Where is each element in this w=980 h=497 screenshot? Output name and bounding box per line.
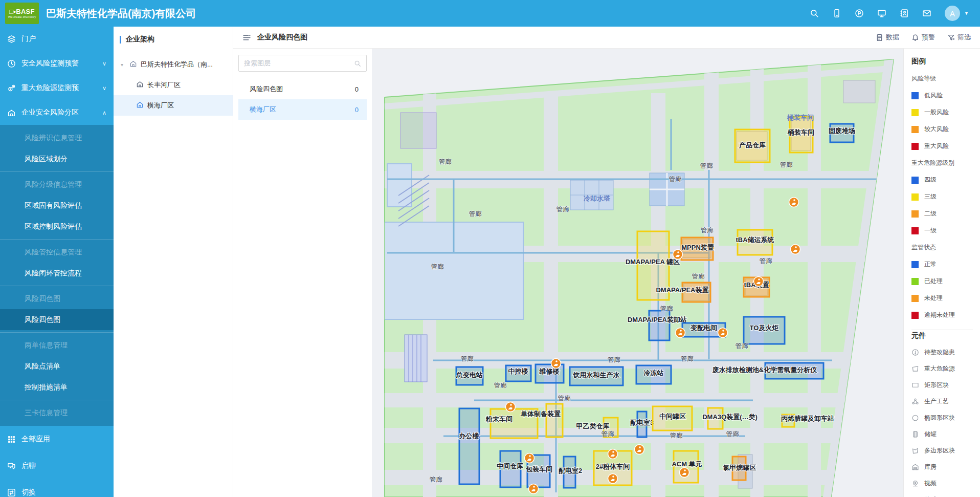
map-zone[interactable]: TO及火炬 <box>744 317 785 344</box>
zone-box-blue[interactable] <box>649 311 670 340</box>
marker-circle <box>676 328 685 338</box>
submenu-item[interactable]: 风险区域划分 <box>0 148 114 169</box>
map-zone[interactable]: 总变电站 <box>456 367 483 385</box>
tree-node-plant[interactable]: 横海厂区 <box>114 95 233 116</box>
sidebar-item-2[interactable]: 重大危险源监测预∨ <box>0 76 114 100</box>
submenu-item[interactable]: 控制措施清单 <box>0 377 114 398</box>
high-risk-work-marker[interactable] <box>680 468 689 478</box>
zone-label: 办公楼 <box>459 432 480 440</box>
risk-four-color-map[interactable]: 产品仓库桶装车间固废堆场MPPN装置tBA储运系统DMAPA/PEA 罐区DMA… <box>372 49 903 497</box>
chevron-down-icon[interactable]: ▼ <box>964 11 969 16</box>
high-risk-work-marker[interactable] <box>525 453 534 463</box>
map-zone[interactable]: 中间罐区 <box>653 406 692 430</box>
mail-icon[interactable] <box>922 9 931 18</box>
submenu-item[interactable]: 风险闭环管控流程 <box>0 263 114 284</box>
avatar[interactable]: A <box>945 6 960 21</box>
sidebar-item-label: 切换 <box>21 488 36 497</box>
legend-item-label: 三级 <box>924 192 937 201</box>
sidebar-bottom-item[interactable]: 切换 <box>0 479 114 497</box>
submenu-item[interactable]: 三卡信息管理 <box>0 402 114 423</box>
tree-collapse-icon[interactable]: ▾ <box>121 62 126 68</box>
sidebar-item-1[interactable]: 安全风险监测预警∨ <box>0 51 114 76</box>
map-zone[interactable]: 中间仓库 <box>497 451 523 487</box>
layer-list-icon[interactable] <box>242 33 251 42</box>
map-zone[interactable]: 办公楼 <box>459 408 480 484</box>
tree-node-root[interactable]: ▾巴斯夫特性化学品（南... <box>114 54 233 75</box>
user-menu[interactable]: A▼ <box>945 6 969 21</box>
pipe-rack-label: 管廊 <box>461 355 474 362</box>
high-risk-work-marker[interactable] <box>529 484 539 494</box>
tree-node-plant[interactable]: 长丰河厂区 <box>114 75 233 95</box>
sidebar-bottom-item[interactable]: 全部应用 <box>0 426 114 452</box>
map-zone[interactable]: 固废堆场 <box>829 124 855 142</box>
预警-button[interactable]: 预警 <box>911 33 935 42</box>
数据-button[interactable]: 数据 <box>876 33 899 42</box>
camera-icon <box>911 480 919 487</box>
submenu-item[interactable]: 区域固有风险评估 <box>0 195 114 216</box>
map-zone[interactable]: 产品仓库 <box>735 129 770 162</box>
submenu-item[interactable]: 风险四色图 <box>0 288 114 309</box>
map-zone[interactable]: 中控楼 <box>506 365 531 381</box>
legend-element-label: 多边形区块 <box>924 446 955 455</box>
high-risk-work-marker[interactable] <box>718 328 728 338</box>
submenu-item[interactable]: 两单信息管理 <box>0 335 114 356</box>
worker-icon <box>722 330 724 332</box>
legend-item: 逾期未处理 <box>911 311 980 319</box>
layer-row[interactable]: 风险四色图0 <box>238 79 367 99</box>
submenu-item[interactable]: 风险辨识信息管理 <box>0 127 114 148</box>
zone-box-yellow[interactable] <box>546 404 563 437</box>
risk-map-canvas[interactable]: 产品仓库桶装车间固废堆场MPPN装置tBA储运系统DMAPA/PEA 罐区DMA… <box>372 49 903 497</box>
high-risk-work-marker[interactable] <box>789 198 799 207</box>
high-risk-work-marker[interactable] <box>676 328 685 338</box>
筛选-button[interactable]: 筛选 <box>947 33 971 42</box>
zone-box-blue[interactable] <box>459 408 479 484</box>
high-risk-work-marker[interactable] <box>754 277 764 287</box>
worker-icon <box>639 446 641 448</box>
legend-item: 三级 <box>911 192 980 201</box>
map-zone[interactable]: 冷冻站 <box>636 365 671 384</box>
map-zone[interactable]: MPPN装置 <box>681 237 714 260</box>
map-zone[interactable]: ACM 单元 <box>672 451 702 483</box>
high-risk-work-marker[interactable] <box>506 402 516 412</box>
worker-icon <box>612 476 614 478</box>
zone-label: 2#粉体车间 <box>596 463 630 470</box>
layer-row[interactable]: 横海厂区0 <box>238 99 367 120</box>
elements-title: 元件 <box>911 331 980 340</box>
high-risk-work-marker[interactable] <box>673 250 683 260</box>
search-input[interactable] <box>244 59 350 67</box>
submenu-item[interactable]: 风险分级信息管理 <box>0 174 114 195</box>
map-zone[interactable]: 桶装车间 <box>787 117 814 153</box>
phone-icon[interactable] <box>832 9 841 18</box>
submenu-item[interactable]: 区域控制风险评估 <box>0 216 114 237</box>
marker-circle <box>551 359 561 369</box>
pipe-rack-label: 管廊 <box>700 162 714 169</box>
bell-icon <box>911 34 919 41</box>
monitor-icon[interactable] <box>877 9 886 18</box>
map-zone[interactable]: tBA储运系统 <box>736 230 774 255</box>
pipe-rack-label: 管廊 <box>556 206 570 213</box>
high-risk-work-marker[interactable] <box>551 359 561 369</box>
warehouse-icon <box>911 463 919 471</box>
submenu-item[interactable]: 风险四色图 <box>0 309 114 330</box>
sidebar-item-3[interactable]: 企业安全风险分区∧ <box>0 100 114 125</box>
sidebar-bottom-item[interactable]: 启聊 <box>0 452 114 479</box>
worker-icon <box>533 486 535 488</box>
high-risk-work-marker[interactable] <box>635 445 644 455</box>
search-icon[interactable] <box>810 9 819 18</box>
submenu-item[interactable]: 风险管控信息管理 <box>0 242 114 263</box>
grid-icon <box>7 435 16 444</box>
color-swatch <box>911 278 919 285</box>
map-zone[interactable]: 饮用水和生产水 <box>570 367 623 385</box>
sidebar-item-0[interactable]: 门户 <box>0 27 114 51</box>
high-risk-work-marker[interactable] <box>608 449 618 459</box>
legend-element: 储罐 <box>911 430 980 439</box>
search-icon[interactable] <box>354 60 361 67</box>
zone-label: DMA3Q装置(…类) <box>702 413 758 421</box>
p-circle-icon[interactable] <box>855 9 864 18</box>
ellipse-icon <box>911 414 919 422</box>
area-label: 冷却水塔 <box>584 195 611 202</box>
high-risk-work-marker[interactable] <box>608 474 618 484</box>
high-risk-work-marker[interactable] <box>791 245 800 254</box>
contacts-icon[interactable] <box>900 9 909 18</box>
submenu-item[interactable]: 风险点清单 <box>0 356 114 377</box>
